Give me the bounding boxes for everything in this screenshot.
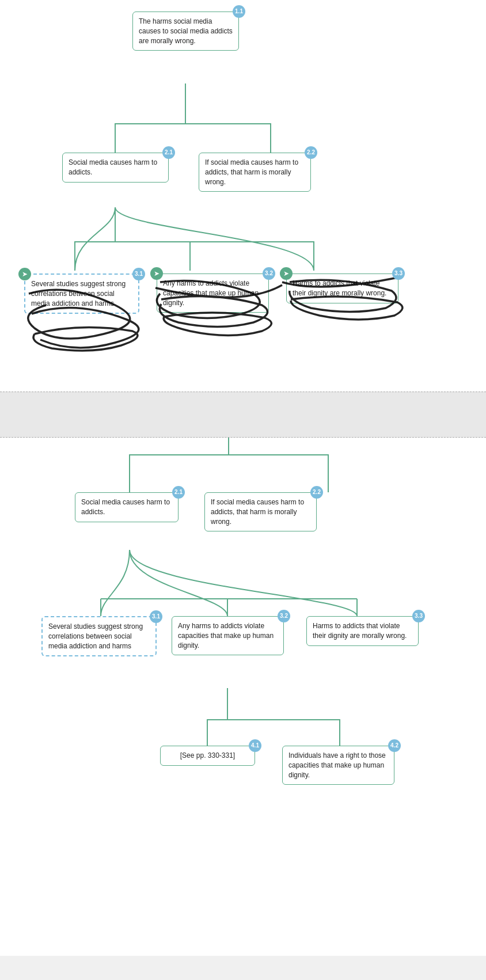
bot-node-3-3[interactable]: 3.3 Harms to addicts that violate their … (306, 616, 419, 646)
node-1-1[interactable]: 1.1 The harms social media causes to soc… (132, 12, 239, 51)
bot-node-3-1-text: Several studies suggest strong correlati… (48, 622, 143, 650)
node-2-1-text: Social media causes harm to addicts. (69, 158, 157, 176)
bot-node-3-2-text: Any harms to addicts violate capacities … (178, 622, 274, 649)
node-3-3[interactable]: 3.3 ➤ Harms to addicts that violate thei… (286, 274, 398, 303)
bot-badge-2-1: 2.1 (172, 486, 185, 499)
bot-node-2-2-text: If social media causes harm to addicts, … (211, 498, 304, 526)
badge-2-2: 2.2 (305, 146, 317, 159)
bot-badge-3-2: 3.2 (278, 610, 290, 622)
bot-node-2-2[interactable]: 2.2 If social media causes harm to addic… (204, 492, 317, 531)
bot-badge-3-3: 3.3 (412, 610, 425, 622)
node-3-2-text: Any harms to addicts violate capacities … (163, 279, 259, 307)
bot-node-2-1-text: Social media causes harm to addicts. (81, 498, 170, 516)
node-3-2[interactable]: 3.2 ➤ Any harms to addicts violate capac… (157, 274, 269, 313)
top-diagram: 1.1 The harms social media causes to soc… (0, 0, 486, 392)
bot-badge-2-2: 2.2 (310, 486, 323, 499)
scribble-top (0, 0, 486, 392)
badge-3-2: 3.2 (263, 267, 275, 280)
node-1-1-text: The harms social media causes to social … (139, 17, 233, 45)
badge-2-1: 2.1 (162, 146, 175, 159)
bottom-diagram: 2.1 Social media causes harm to addicts.… (0, 438, 486, 956)
bot-node-4-1-text: [See pp. 330-331] (180, 751, 235, 759)
bot-badge-3-1: 3.1 (150, 610, 162, 623)
badge-3-1: 3.1 (132, 268, 145, 280)
arrow-3-3: ➤ (280, 267, 293, 280)
node-3-3-text: Harms to addicts that violate their dign… (293, 279, 386, 297)
bot-badge-4-1: 4.1 (249, 739, 261, 752)
arrow-3-1: ➤ (18, 268, 31, 280)
node-2-2-text: If social media causes harm to addicts, … (205, 158, 298, 186)
bot-node-2-1[interactable]: 2.1 Social media causes harm to addicts. (75, 492, 179, 522)
node-2-1[interactable]: 2.1 Social media causes harm to addicts. (62, 153, 169, 183)
top-connectors (0, 0, 486, 392)
node-3-1[interactable]: 3.1 ➤ Several studies suggest strong cor… (24, 274, 139, 314)
bot-node-4-1[interactable]: 4.1 [See pp. 330-331] (160, 746, 255, 766)
bot-node-3-1[interactable]: 3.1 Several studies suggest strong corre… (41, 616, 157, 656)
node-3-1-text: Several studies suggest strong correlati… (31, 280, 126, 307)
bot-node-3-2[interactable]: 3.2 Any harms to addicts violate capacit… (172, 616, 284, 655)
bot-node-4-2[interactable]: 4.2 Individuals have a right to those ca… (282, 746, 394, 785)
bot-node-3-3-text: Harms to addicts that violate their dign… (313, 622, 407, 640)
badge-1-1: 1.1 (233, 5, 245, 18)
node-2-2[interactable]: 2.2 If social media causes harm to addic… (199, 153, 311, 192)
divider (0, 392, 486, 438)
bot-badge-4-2: 4.2 (388, 739, 401, 752)
badge-3-3: 3.3 (392, 267, 405, 280)
bot-node-4-2-text: Individuals have a right to those capaci… (288, 751, 386, 779)
arrow-3-2: ➤ (150, 267, 163, 280)
